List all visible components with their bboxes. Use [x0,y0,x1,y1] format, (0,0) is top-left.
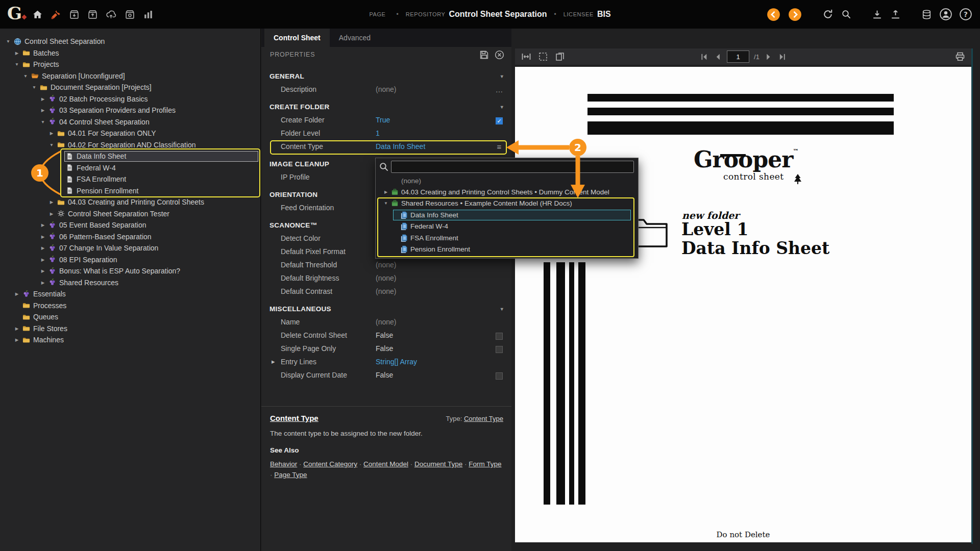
expand-arrow-icon[interactable]: ▶ [382,190,390,194]
see-also-link-form-type[interactable]: Form Type [469,460,501,468]
expand-arrow-icon[interactable]: ▶ [47,199,56,205]
collapse-arrow-icon[interactable]: ▼ [30,85,38,90]
expand-arrow-icon[interactable]: ▶ [13,291,21,296]
property-value[interactable]: False [376,331,494,339]
dropdown-item-fsa-enrollment[interactable]: FSA Enrollment [376,232,638,243]
see-also-link-content-category[interactable]: Content Category [303,460,357,468]
tree-item-shared-resources[interactable]: ▶Shared Resources [0,277,260,289]
tree-item-batches[interactable]: ▶Batches [0,47,260,59]
expand-arrow-icon[interactable]: ▶ [39,222,47,228]
tree-item-04-control-sheet-separation[interactable]: ▼04 Control Sheet Separation [0,116,260,128]
expand-arrow-icon[interactable]: ▶ [13,326,21,331]
tree-item-federal-w-4[interactable]: Federal W-4 [0,162,260,174]
tree-item-fsa-enrollment[interactable]: FSA Enrollment [0,173,260,185]
checkbox-unchecked[interactable] [496,372,503,380]
checkbox-unchecked[interactable] [496,333,503,340]
forward-icon[interactable] [788,8,802,21]
expand-arrow-icon[interactable]: ▶ [39,280,47,285]
cancel-icon[interactable] [495,50,504,60]
tree-item-separation-unconfigured[interactable]: ▼Separation [Unconfigured] [0,70,260,82]
tree-item-file-stores[interactable]: ▶File Stores [0,323,260,335]
property-value[interactable]: (none) [376,261,504,269]
ellipsis-button[interactable]: … [494,85,504,94]
expand-arrow-icon[interactable]: ▶ [39,268,47,273]
next-page-icon[interactable] [764,53,773,61]
previous-page-icon[interactable] [714,53,722,61]
property-content-type[interactable]: Content TypeData Info Sheet≡ [261,140,511,153]
expand-arrow-icon[interactable]: ▶ [47,211,56,216]
expand-arrow-icon[interactable]: ▶ [39,234,47,239]
home-icon[interactable] [32,9,43,20]
help-type-link[interactable]: Content Type [464,415,503,422]
section-general[interactable]: GENERAL▾ [261,69,511,83]
property-delete-control-sheet[interactable]: Delete Control SheetFalse [261,329,511,342]
expand-arrow-icon[interactable]: ▶ [272,359,275,364]
expand-arrow-icon[interactable]: ▶ [39,96,47,102]
tree-item-processes[interactable]: Processes [0,300,260,312]
checkbox-cell[interactable] [494,370,504,379]
dropdown-item-federal-w-4[interactable]: Federal W-4 [376,221,638,232]
property-value[interactable]: (none) [376,85,494,93]
expand-arrow-icon[interactable]: ▶ [39,257,47,262]
property-value[interactable]: False [376,371,494,379]
help-icon[interactable]: ? [960,8,972,20]
expand-arrow-icon[interactable]: ▶ [39,108,47,113]
property-default-brightness[interactable]: Default Brightness(none) [261,271,511,285]
section-miscellaneous[interactable]: MISCELLANEOUS▾ [261,302,511,315]
last-page-icon[interactable] [778,53,787,61]
tree-item-control-sheet-separation-tester[interactable]: ▶Control Sheet Separation Tester [0,208,260,220]
collapse-arrow-icon[interactable]: ▼ [39,119,47,124]
property-value[interactable]: (none) [376,318,504,326]
property-value[interactable]: 1 [376,129,504,137]
property-value[interactable]: Data Info Sheet [376,142,494,151]
property-display-current-date[interactable]: Display Current DateFalse [261,368,511,382]
tree-item-document-separation-projects[interactable]: ▼Document Separation [Projects] [0,82,260,93]
property-value[interactable]: False [376,344,494,353]
checkbox-unchecked[interactable] [496,346,503,353]
property-single-page-only[interactable]: Single Page OnlyFalse [261,342,511,355]
see-also-link-page-type[interactable]: Page Type [274,471,307,479]
collapse-arrow-icon[interactable]: ▼ [382,201,390,206]
expand-arrow-icon[interactable]: ▶ [13,51,21,56]
checkbox-checked[interactable] [496,117,503,124]
property-entry-lines[interactable]: ▶Entry LinesString[] Array [261,355,511,368]
thumbnails-icon[interactable] [555,52,565,62]
design-tools-icon[interactable] [51,9,61,20]
tree-item-05-event-based-separation[interactable]: ▶05 Event Based Separation [0,219,260,231]
download-icon[interactable] [872,9,883,20]
collapse-arrow-icon[interactable]: ▼ [4,39,12,44]
checkbox-cell[interactable] [494,331,504,339]
back-icon[interactable] [767,8,780,21]
expand-arrow-icon[interactable]: ▶ [39,245,47,251]
tree-item-queues[interactable]: Queues [0,311,260,323]
property-value[interactable]: (none) [376,287,504,295]
first-page-icon[interactable] [700,53,708,61]
tab-advanced[interactable]: Advanced [330,29,380,47]
tree-item-06-pattern-based-separation[interactable]: ▶06 Pattern-Based Separation [0,231,260,243]
print-icon[interactable] [955,52,965,62]
search-icon[interactable] [841,9,851,19]
tree-item-04-03-creating-and-printing-control-sheets[interactable]: ▶04.03 Creating and Printing Control She… [0,196,260,208]
property-value[interactable]: String[] Array [376,358,504,366]
dropdown-item-shared-resources-example-content-model-hr-docs[interactable]: ▼Shared Resources • Example Content Mode… [376,198,638,209]
tree-item-data-info-sheet[interactable]: Data Info Sheet [0,151,260,162]
property-name[interactable]: Name(none) [261,315,511,329]
property-create-folder[interactable]: Create FolderTrue [261,113,511,127]
refresh-icon[interactable] [822,9,834,20]
collapse-arrow-icon[interactable]: ▼ [21,73,30,79]
fit-width-icon[interactable] [521,52,531,62]
page-number-input[interactable] [727,51,749,63]
section-create-folder[interactable]: CREATE FOLDER▾ [261,100,511,113]
stats-icon[interactable] [143,9,154,20]
see-also-link-behavior[interactable]: Behavior [270,460,297,468]
dropdown-search-input[interactable] [391,161,634,173]
expand-arrow-icon[interactable]: ▶ [47,131,56,136]
expand-arrow-icon[interactable]: ▶ [13,337,21,342]
repository-value[interactable]: Control Sheet Separation [449,10,547,19]
menu-button[interactable]: ≡ [494,142,504,151]
checkbox-cell[interactable] [494,115,504,124]
grooper-logo[interactable]: G [0,5,28,24]
chevron-down-icon[interactable]: ▾ [501,73,503,79]
tree-item-bonus-what-is-esp-auto-separation[interactable]: ▶Bonus: What is ESP Auto Separation? [0,265,260,277]
property-value[interactable]: (none) [376,274,504,282]
